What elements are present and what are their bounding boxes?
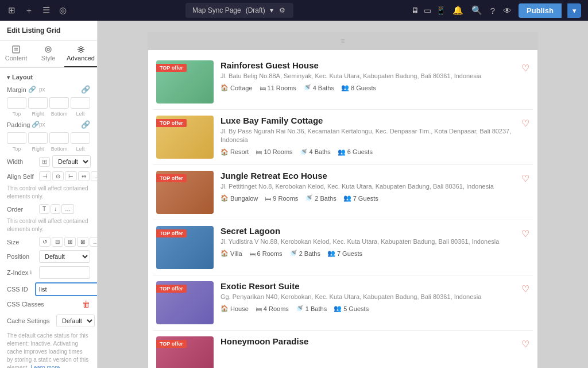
size-option2-button[interactable]: ⊞ [64, 237, 76, 247]
tab-content[interactable]: Content [0, 41, 32, 67]
meta-baths: 🚿 2 Baths [289, 250, 320, 257]
padding-left-input[interactable] [71, 132, 90, 144]
size-refresh-button[interactable]: ↺ [39, 237, 51, 247]
size-option1-button[interactable]: ⊟ [52, 237, 63, 247]
favorite-button[interactable]: ♡ [521, 173, 529, 184]
margin-left-input[interactable] [71, 97, 90, 109]
svg-point-4 [47, 48, 49, 51]
favorite-button[interactable]: ♡ [521, 63, 529, 74]
sidebar-header: Edit Listing Grid [0, 21, 97, 41]
meta-type-value: Villa [230, 250, 242, 257]
padding-right-input[interactable] [28, 132, 48, 144]
home-icon: 🏠 [220, 250, 229, 257]
tablet-icon[interactable]: ▭ [424, 6, 431, 15]
favorite-button[interactable]: ♡ [521, 118, 529, 129]
bath-icon: 🚿 [296, 305, 304, 312]
desktop-icon[interactable]: 🖥 [411, 6, 419, 15]
page-status: (Draft) [246, 6, 265, 14]
margin-right-input[interactable] [28, 97, 48, 109]
page-settings-icon[interactable]: ⚙ [278, 5, 287, 16]
order-more-button[interactable]: … [61, 204, 74, 214]
notifications-icon[interactable]: 🔔 [451, 4, 465, 17]
margin-left-label: Left [71, 111, 90, 117]
css-classes-field: CSS Classes 🗑 [7, 300, 90, 309]
width-field: Width ⊞ Default [7, 155, 90, 168]
padding-top-label: Top [7, 146, 26, 152]
size-buttons: ↺ ⊟ ⊞ ⊠ … [39, 237, 98, 247]
meta-baths: 🚿 4 Baths [303, 84, 334, 91]
order-help: This control will affect contained eleme… [7, 217, 90, 233]
margin-four-inputs [7, 97, 90, 109]
favorite-button[interactable]: ♡ [521, 339, 529, 350]
listing-info: Rainforest Guest House Jl. Batu Belig No… [220, 60, 514, 91]
zindex-input[interactable] [39, 266, 90, 279]
listing-title: Secret Lagoon [220, 226, 514, 236]
device-switcher: 🖥 ▭ 📱 [411, 6, 446, 15]
top-offer-badge: TOP offer [156, 64, 187, 72]
cache-select[interactable]: Default [56, 315, 95, 327]
margin-chain-icon[interactable]: 🔗 [81, 85, 90, 94]
order-text-button[interactable]: T [39, 204, 49, 214]
align-self-label: Align Self [7, 173, 36, 180]
listing-title: Jungle Retreat Eco House [220, 171, 514, 181]
margin-top-input[interactable] [7, 97, 26, 109]
layout-section: Layout Margin 🔗 px 🔗 Top Right Bottom Le… [0, 68, 97, 368]
bath-icon: 🚿 [303, 84, 311, 91]
padding-top-input[interactable] [7, 132, 26, 144]
position-field: Position Default [7, 250, 90, 263]
eye-icon[interactable]: 👁 [502, 5, 513, 17]
align-stretch-button[interactable]: ⇔ [78, 171, 90, 181]
meta-rooms-value: 6 Rooms [257, 250, 283, 257]
listing-thumbnail: TOP offer [156, 336, 214, 368]
css-classes-delete-button[interactable]: 🗑 [82, 300, 90, 309]
settings-button[interactable]: ◎ [58, 4, 68, 17]
cache-label: Cache Settings [7, 317, 53, 324]
tab-advanced[interactable]: Advanced [64, 41, 97, 67]
logo-button[interactable]: ⊞ [7, 4, 17, 17]
position-select[interactable]: Default [39, 250, 90, 263]
cache-settings-field: Cache Settings Default [7, 315, 90, 327]
meta-rooms: 🛏 11 Rooms [260, 85, 296, 91]
padding-chain-icon[interactable]: 🔗 [81, 120, 90, 129]
align-end-button[interactable]: ⊢ [65, 171, 77, 181]
margin-label: Margin 🔗 [7, 86, 36, 93]
favorite-button[interactable]: ♡ [521, 228, 529, 239]
page-selector[interactable]: Map Sync Page (Draft) ▾ ⚙ [185, 3, 293, 18]
align-center-button[interactable]: ⊙ [52, 171, 64, 181]
css-classes-label: CSS Classes [7, 301, 47, 308]
search-icon[interactable]: 🔍 [470, 4, 483, 17]
listing-item: TOP offer Luxe Bay Family Cottage Jl. By… [153, 110, 533, 165]
meta-type-value: Resort [230, 148, 249, 155]
listing-thumbnail: TOP offer [156, 116, 214, 159]
help-icon[interactable]: ? [489, 5, 496, 17]
align-self-field: Align Self ⊣ ⊙ ⊢ ⇔ … [7, 171, 90, 181]
layout-section-title[interactable]: Layout [7, 74, 90, 80]
mobile-icon[interactable]: 📱 [436, 6, 446, 15]
navigator-button[interactable]: ☰ [41, 4, 51, 17]
page-title: Map Sync Page [192, 6, 241, 14]
meta-type: 🏠 Villa [220, 250, 242, 257]
publish-button[interactable]: Publish [519, 3, 562, 18]
listing-thumbnail: TOP offer [156, 171, 214, 214]
margin-bottom-input[interactable] [49, 97, 69, 109]
align-auto-button[interactable]: … [91, 171, 98, 181]
size-more-button[interactable]: … [90, 237, 98, 247]
padding-four-labels: Top Right Bottom Left [7, 146, 90, 152]
padding-bottom-input[interactable] [49, 132, 69, 144]
padding-right-label: Right [28, 146, 48, 152]
css-id-input[interactable] [35, 282, 98, 296]
size-option3-button[interactable]: ⊠ [77, 237, 88, 247]
tab-style[interactable]: Style [32, 41, 64, 67]
bed-icon: 🛏 [256, 305, 262, 312]
css-id-field: CSS ID 🗑 [7, 282, 90, 296]
padding-px: px [39, 121, 45, 128]
order-down-button[interactable]: ↓ [51, 204, 60, 214]
width-select[interactable]: Default [52, 155, 91, 168]
favorite-button[interactable]: ♡ [521, 283, 529, 294]
cache-learn-more-link[interactable]: Learn more [30, 365, 60, 368]
align-start-button[interactable]: ⊣ [39, 171, 51, 181]
add-element-button[interactable]: ＋ [24, 4, 34, 17]
listing-address: Jl. By Pass Ngurah Rai No.36, Kecamatan … [220, 127, 514, 145]
meta-type-value: House [230, 305, 249, 312]
publish-dropdown-arrow[interactable]: ▾ [567, 3, 581, 18]
